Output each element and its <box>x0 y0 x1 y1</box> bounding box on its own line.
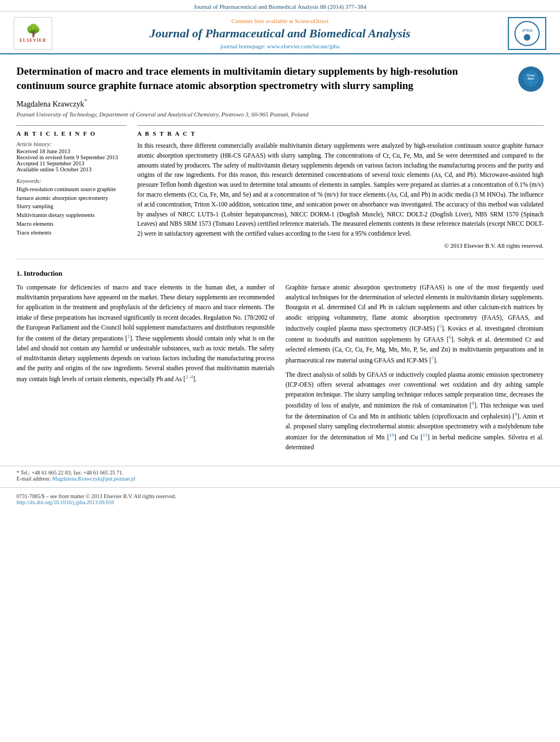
keywords-section: Keywords: High-resolution continuum sour… <box>16 178 126 237</box>
keyword-2: Slurry sampling <box>16 202 126 211</box>
intro-right-para1: Graphite furnace atomic absorption spect… <box>285 282 544 365</box>
abstract-title: A B S T R A C T <box>137 130 544 137</box>
svg-point-2 <box>524 34 530 41</box>
contents-label: Contents lists available at <box>231 18 293 24</box>
footnote-email: E-mail address: Magdalena.Krawczyk@put.p… <box>16 476 544 482</box>
homepage-url[interactable]: www.elsevier.com/locate/jpba <box>267 43 339 49</box>
elsevier-label: ELSEVIER <box>20 38 46 43</box>
sciencedirect-link: Contents lists available at ScienceDirec… <box>55 18 505 24</box>
history-label: Article history: <box>16 141 126 147</box>
ref-9[interactable]: 9 <box>514 411 517 417</box>
abstract-col: A B S T R A C T In this research, three … <box>137 125 544 249</box>
journal-header: 🌳 ELSEVIER Contents lists available at S… <box>0 12 560 54</box>
journal-reference: Journal of Pharmaceutical and Biomedical… <box>194 3 367 10</box>
and-text: and <box>165 376 174 382</box>
introduction-body-cols: To compensate for deficiencies of macro … <box>16 282 544 456</box>
svg-text:✓: ✓ <box>530 81 532 83</box>
journal-title-center: Contents lists available at ScienceDirec… <box>55 18 505 49</box>
article-info-col: A R T I C L E I N F O Article history: R… <box>16 125 126 249</box>
svg-point-0 <box>515 21 539 46</box>
crossmark-icon: Cross Mark ✓ <box>523 70 539 87</box>
intro-right-col: Graphite furnace atomic absorption spect… <box>285 282 544 456</box>
ref-5[interactable]: 5 <box>439 323 442 329</box>
elsevier-logo-box: 🌳 ELSEVIER <box>14 17 52 50</box>
footnote-tel: * Tel.: +48 61 665 22 83; fax: +48 61 66… <box>16 470 544 476</box>
author-name: Magdalena Krawczyk* <box>16 98 544 109</box>
section-divider <box>16 259 544 259</box>
affiliation: Poznań University of Technology, Departm… <box>16 111 544 118</box>
article-title: Determination of macro and trace element… <box>16 64 518 92</box>
author-name-text: Magdalena Krawczyk <box>16 100 84 108</box>
online-date: Available online 5 October 2013 <box>16 166 126 172</box>
article-title-section: Determination of macro and trace element… <box>16 64 544 92</box>
ref-10[interactable]: 10 <box>389 432 394 438</box>
article-info-box: A R T I C L E I N F O Article history: R… <box>16 125 126 237</box>
page-wrapper: Journal of Pharmaceutical and Biomedical… <box>0 0 560 510</box>
ref-11[interactable]: 11 <box>423 432 428 438</box>
abstract-text: In this research, three different commer… <box>137 141 544 239</box>
crossmark-badge[interactable]: Cross Mark ✓ <box>518 66 544 92</box>
article-info-title: A R T I C L E I N F O <box>16 130 126 137</box>
ref-6[interactable]: 6 <box>449 334 452 340</box>
intro-right-para2: The direct analysis of solids by GFAAS o… <box>285 370 544 453</box>
journal-logo-icon: JPBA <box>513 20 541 47</box>
keyword-5: Trace elements <box>16 228 126 237</box>
ref-8[interactable]: 8 <box>472 400 474 406</box>
svg-text:Mark: Mark <box>528 77 534 80</box>
intro-left-text: To compensate for deficiencies of macro … <box>16 282 275 384</box>
abstract-box: A B S T R A C T In this research, three … <box>137 125 544 249</box>
keyword-3: Multivitamin dietary supplements <box>16 211 126 220</box>
keyword-4: Macro elements <box>16 220 126 228</box>
svg-text:JPBA: JPBA <box>522 28 533 33</box>
sciencedirect-name[interactable]: ScienceDirect <box>295 18 329 24</box>
author-sup: * <box>84 98 87 105</box>
accepted-date: Accepted 11 September 2013 <box>16 160 126 166</box>
elsevier-logo-left: 🌳 ELSEVIER <box>11 17 55 50</box>
journal-logo-right: JPBA <box>508 17 546 50</box>
received-date: Received 18 June 2013 <box>16 148 126 154</box>
email-value[interactable]: Magdalena.Krawczyk@put.poznan.pl <box>52 476 136 482</box>
journal-homepage: journal homepage: www.elsevier.com/locat… <box>55 43 505 49</box>
main-content: Determination of macro and trace element… <box>0 54 560 466</box>
introduction-heading: 1. Introduction <box>16 269 544 278</box>
footer-doi[interactable]: http://dx.doi.org/10.1016/j.jpba.2013.09… <box>16 499 544 505</box>
email-label: E-mail address: <box>16 476 51 482</box>
abstract-copyright: © 2013 Elsevier B.V. All rights reserved… <box>137 242 544 249</box>
ref-2-4[interactable]: 2–4 <box>186 374 193 380</box>
homepage-label: journal homepage: <box>220 43 265 49</box>
journal-main-title: Journal of Pharmaceutical and Biomedical… <box>55 26 505 41</box>
revised-date: Received in revised form 9 September 201… <box>16 154 126 160</box>
journal-reference-bar: Journal of Pharmaceutical and Biomedical… <box>0 0 560 12</box>
footnote-section: * Tel.: +48 61 665 22 83; fax: +48 61 66… <box>0 466 560 487</box>
keywords-label: Keywords: <box>16 178 126 184</box>
elsevier-logo-right: JPBA <box>505 17 549 50</box>
ref-1[interactable]: 1 <box>127 333 130 339</box>
article-info-abstract-cols: A R T I C L E I N F O Article history: R… <box>16 125 544 249</box>
page-footer: 0731-7085/$ – see front matter © 2013 El… <box>0 487 560 510</box>
elsevier-tree-icon: 🌳 <box>26 25 41 37</box>
ref-7[interactable]: 7 <box>432 355 434 361</box>
keyword-1: High-resolution continuum source graphit… <box>16 185 126 203</box>
footer-copyright: 0731-7085/$ – see front matter © 2013 El… <box>16 493 544 499</box>
intro-left-col: To compensate for deficiencies of macro … <box>16 282 275 456</box>
